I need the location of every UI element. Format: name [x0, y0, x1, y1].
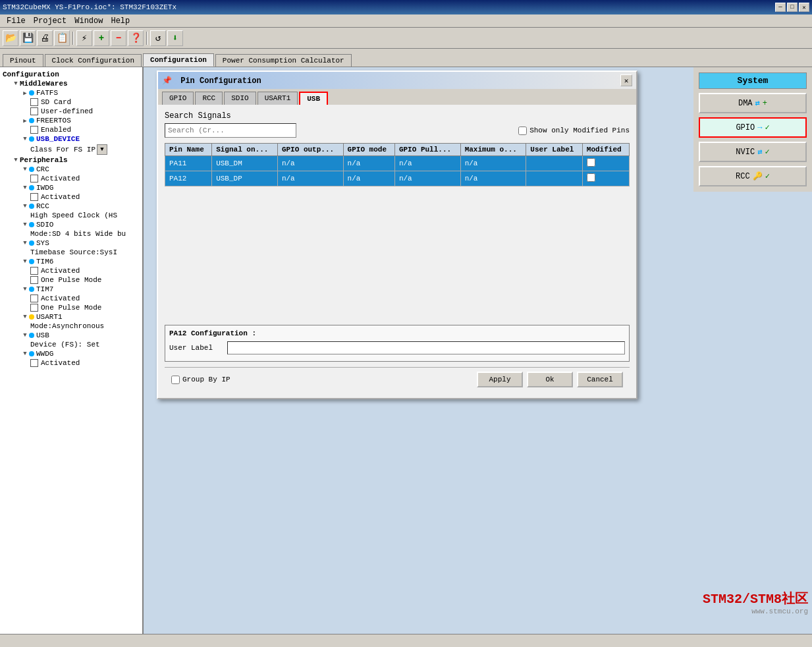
cell-gpio-out: n/a: [277, 171, 343, 186]
menu-project[interactable]: Project: [30, 15, 70, 27]
dialog-tabs: GPIO RCC SDIO USART1 USB: [158, 89, 636, 105]
checkbox-icon[interactable]: [30, 98, 38, 106]
apply-btn[interactable]: Apply: [477, 372, 523, 387]
menu-window[interactable]: Window: [70, 15, 107, 27]
dialog-tab-gpio[interactable]: GPIO: [162, 92, 194, 105]
table-row[interactable]: PA12 USB_DP n/a n/a n/a n/a: [165, 171, 630, 186]
tree-usart1[interactable]: ▼ USART1: [3, 312, 140, 322]
toolbar-help[interactable]: ❓: [128, 30, 144, 46]
tree-tim7-activated[interactable]: Activated: [3, 294, 140, 303]
modified-checkbox[interactable]: [587, 158, 595, 167]
table-row[interactable]: PA11 USB_DM n/a n/a n/a n/a: [165, 156, 630, 171]
tim7-label: TIM7: [36, 285, 53, 293]
tree-crc-activated[interactable]: Activated: [3, 174, 140, 183]
checkbox-icon[interactable]: [30, 175, 38, 183]
nvic-btn[interactable]: NVIC ⇄ ✓: [699, 142, 807, 162]
tree-freertos-enabled[interactable]: Enabled: [3, 125, 140, 134]
col-pin-name: Pin Name: [165, 144, 212, 156]
tree-wwdg[interactable]: ▼ WWDG: [3, 349, 140, 358]
checkbox-icon[interactable]: [30, 126, 38, 134]
tree-tim7-opm[interactable]: One Pulse Mode: [3, 303, 140, 312]
dot-icon: [29, 222, 34, 227]
tab-pinout[interactable]: Pinout: [3, 54, 43, 67]
cell-signal: USB_DP: [212, 171, 278, 186]
tree-user-defined[interactable]: User-defined: [3, 107, 140, 116]
tree-iwdg-activated[interactable]: Activated: [3, 192, 140, 202]
maximize-btn[interactable]: □: [787, 3, 798, 12]
tree-usart1-mode: Mode:Asynchronous: [3, 322, 140, 331]
user-label-input[interactable]: [227, 341, 625, 354]
usart1-label: USART1: [36, 313, 63, 321]
tree-tim6-activated[interactable]: Activated: [3, 266, 140, 275]
dialog-tab-rcc[interactable]: RCC: [195, 92, 223, 105]
group-by-ip-checkbox[interactable]: [171, 376, 180, 384]
class-fs-dropdown[interactable]: ▼: [97, 144, 107, 155]
dialog-tab-usb[interactable]: USB: [299, 92, 328, 105]
rcc-icon: 🔑: [753, 171, 763, 181]
show-modified-row: Show only Modified Pins: [518, 127, 630, 135]
tree-tim6[interactable]: ▼ TIM6: [3, 257, 140, 266]
dma-btn[interactable]: DMA ⇄ +: [699, 93, 807, 113]
menu-file[interactable]: File: [3, 15, 30, 27]
checkbox-icon[interactable]: [30, 304, 38, 312]
dialog-tab-usart1[interactable]: USART1: [257, 92, 298, 105]
toolbar-refresh[interactable]: ↺: [150, 30, 166, 46]
tree-tim7[interactable]: ▼ TIM7: [3, 285, 140, 294]
checkbox-icon[interactable]: [30, 267, 38, 275]
tree-usb-device[interactable]: ▼ USB_DEVICE: [3, 134, 140, 144]
toolbar-remove[interactable]: −: [111, 30, 126, 46]
toolbar-open[interactable]: 📂: [3, 30, 18, 46]
tree-peripherals[interactable]: ▼ Peripherals: [3, 155, 140, 165]
show-modified-checkbox[interactable]: [518, 127, 527, 135]
checkbox-icon[interactable]: [30, 193, 38, 201]
gpio-btn[interactable]: GPIO → ✓: [699, 117, 807, 138]
dot-icon: [29, 259, 34, 264]
menu-help[interactable]: Help: [107, 15, 134, 27]
modified-checkbox[interactable]: [587, 173, 595, 182]
tree-usb[interactable]: ▼ USB: [3, 331, 140, 340]
tree-sdio[interactable]: ▼ SDIO: [3, 220, 140, 229]
expand-icon: ▶: [21, 89, 29, 97]
checkbox-icon[interactable]: [30, 359, 38, 367]
checkbox-icon[interactable]: [30, 107, 38, 115]
toolbar-download[interactable]: ⬇: [167, 30, 183, 46]
tree-class-fs[interactable]: Class For FS IP ▼: [3, 144, 140, 155]
tree-tim6-opm[interactable]: One Pulse Mode: [3, 275, 140, 285]
tree-sdcard[interactable]: SD Card: [3, 98, 140, 107]
group-by-ip-row: Group By IP: [171, 376, 230, 384]
nvic-check-icon: ✓: [765, 147, 769, 157]
tree-sys[interactable]: ▼ SYS: [3, 239, 140, 248]
dialog-tab-sdio[interactable]: SDIO: [224, 92, 256, 105]
watermark-area: STM32/STM8社区 www.stmcu.org: [703, 590, 808, 615]
search-input[interactable]: [165, 123, 296, 138]
tree-wwdg-activated[interactable]: Activated: [3, 358, 140, 368]
rcc-check-icon: ✓: [765, 171, 770, 181]
dialog-body: Search Signals Show only Modified Pins P…: [158, 105, 636, 398]
ok-btn[interactable]: Ok: [527, 372, 573, 387]
toolbar-run[interactable]: ⚡: [76, 30, 92, 46]
close-btn[interactable]: ✕: [799, 3, 809, 12]
tab-clock[interactable]: Clock Configuration: [45, 54, 142, 67]
tree-rcc[interactable]: ▼ RCC: [3, 202, 140, 211]
toolbar-save[interactable]: 💾: [20, 30, 36, 46]
expand-icon: ▼: [21, 331, 29, 339]
tree-crc[interactable]: ▼ CRC: [3, 165, 140, 174]
checkbox-icon[interactable]: [30, 276, 38, 284]
minimize-btn[interactable]: ─: [775, 3, 786, 12]
tab-power[interactable]: Power Consumption Calculator: [215, 54, 352, 67]
toolbar-print[interactable]: 🖨: [37, 30, 53, 46]
one-pulse-label: One Pulse Mode: [41, 304, 101, 312]
cancel-btn[interactable]: Cancel: [577, 372, 623, 387]
toolbar-extra1[interactable]: 📋: [54, 30, 70, 46]
tree-fatfs[interactable]: ▶ FATFS: [3, 88, 140, 98]
tree-middlewares[interactable]: ▼ MiddleWares: [3, 79, 140, 88]
tab-configuration[interactable]: Configuration: [143, 53, 214, 67]
checkbox-icon[interactable]: [30, 295, 38, 302]
rcc-btn[interactable]: RCC 🔑 ✓: [699, 166, 807, 186]
tree-iwdg[interactable]: ▼ IWDG: [3, 183, 140, 192]
main-content: Configuration ▼ MiddleWares ▶ FATFS SD C…: [0, 67, 812, 634]
tree-freertos[interactable]: ▶ FREERTOS: [3, 116, 140, 125]
rcc-sys-label: RCC: [736, 172, 750, 181]
dialog-close-btn[interactable]: ✕: [620, 74, 632, 86]
toolbar-add[interactable]: +: [94, 30, 109, 46]
